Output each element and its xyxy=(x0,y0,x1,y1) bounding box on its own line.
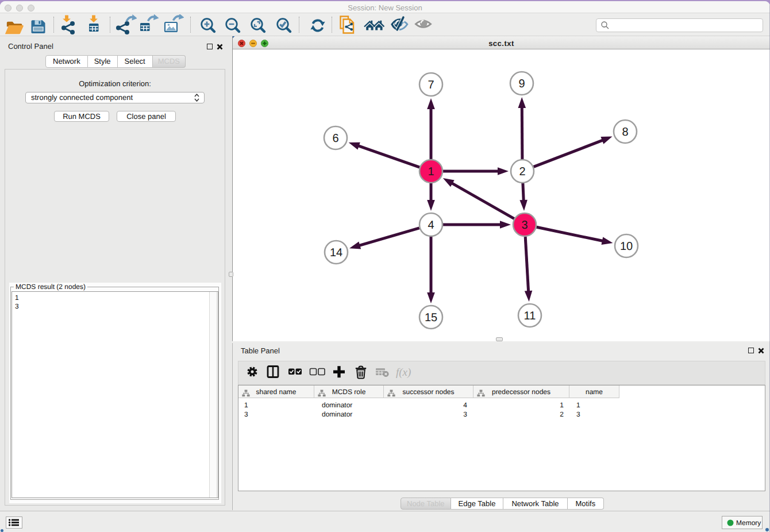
svg-text:7: 7 xyxy=(428,79,434,91)
svg-text:2: 2 xyxy=(519,165,525,178)
svg-text:8: 8 xyxy=(622,126,628,138)
svg-text:1: 1 xyxy=(428,165,434,178)
svg-text:11: 11 xyxy=(524,310,536,322)
svg-text:10: 10 xyxy=(620,240,633,253)
svg-text:15: 15 xyxy=(425,311,437,324)
svg-text:f(x): f(x) xyxy=(396,367,411,379)
svg-text:9: 9 xyxy=(518,78,525,90)
svg-text:4: 4 xyxy=(428,219,434,232)
svg-text:6: 6 xyxy=(332,132,338,145)
svg-text:3: 3 xyxy=(521,219,528,232)
svg-text:14: 14 xyxy=(330,246,342,259)
